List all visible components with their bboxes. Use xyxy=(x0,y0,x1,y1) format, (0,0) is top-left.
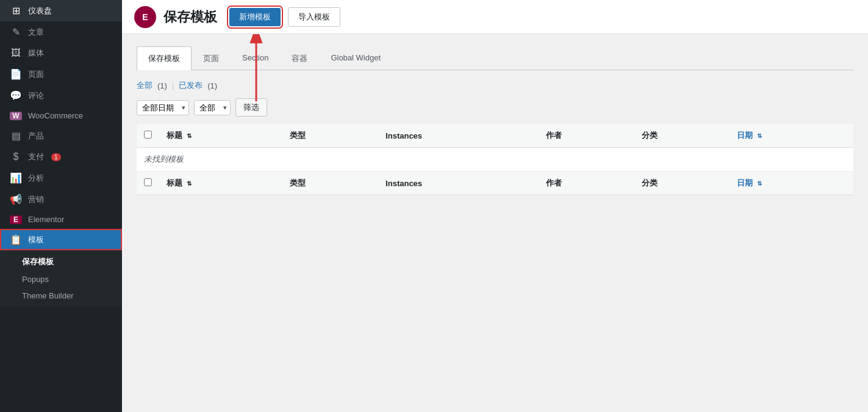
filter-published-count: (1) xyxy=(207,81,217,90)
sidebar-item-payments[interactable]: $ 支付 1 xyxy=(0,146,122,167)
th-checkbox-bottom xyxy=(137,172,159,195)
templates-table-bottom: 标题 ⇅ 类型 Instances 作者 分类 xyxy=(137,172,853,195)
sidebar-item-label: 评论 xyxy=(28,90,44,101)
th-date-top[interactable]: 日期 ⇅ xyxy=(730,124,853,148)
topbar-logo: E xyxy=(134,6,156,28)
select-all-checkbox-bottom[interactable] xyxy=(144,178,152,186)
sidebar-item-label: Elementor xyxy=(28,215,64,224)
sidebar-item-comments[interactable]: 💬 评论 xyxy=(0,85,122,106)
template-tabs: 保存模板 页面 Section 容器 Global Widget xyxy=(137,46,853,70)
analytics-icon: 📊 xyxy=(10,172,22,184)
topbar: E 保存模板 新增模板 导入模板 xyxy=(122,0,868,34)
tab-container[interactable]: 容器 xyxy=(280,46,319,70)
th-type-bottom: 类型 xyxy=(282,172,378,195)
add-template-button[interactable]: 新增模板 xyxy=(229,8,281,26)
th-author-bottom: 作者 xyxy=(539,172,634,195)
sidebar-item-label: 仪表盘 xyxy=(28,5,52,16)
type-filter-select[interactable]: 全部 xyxy=(194,100,231,115)
tab-pages[interactable]: 页面 xyxy=(192,46,231,70)
type-filter-wrapper: 全部 xyxy=(194,100,231,115)
sidebar-item-label: 分析 xyxy=(28,173,44,184)
th-instances-bottom: Instances xyxy=(378,172,539,195)
sidebar-item-elementor[interactable]: E Elementor xyxy=(0,210,122,229)
sidebar-item-analytics[interactable]: 📊 分析 xyxy=(0,167,122,189)
marketing-icon: 📢 xyxy=(10,193,22,205)
templates-submenu: 保存模板 Popups Theme Builder xyxy=(0,250,122,306)
sidebar-item-label: 模板 xyxy=(28,234,44,245)
products-icon: ▤ xyxy=(10,130,22,142)
filter-published[interactable]: 已发布 xyxy=(179,80,203,91)
sidebar-item-label: 页面 xyxy=(28,69,44,80)
logo-letter: E xyxy=(142,12,148,22)
th-date-bottom[interactable]: 日期 ⇅ xyxy=(730,172,853,195)
sidebar-item-products[interactable]: ▤ 产品 xyxy=(0,125,122,146)
sidebar-item-label: 媒体 xyxy=(28,48,44,59)
th-author-top: 作者 xyxy=(539,124,634,148)
templates-table-top: 标题 ⇅ 类型 Instances 作者 分类 xyxy=(137,124,853,172)
tab-saved-templates[interactable]: 保存模板 xyxy=(137,46,192,70)
dashboard-icon: ⊞ xyxy=(10,5,22,16)
empty-message: 未找到模板 xyxy=(144,154,184,164)
sidebar-item-woocommerce[interactable]: W WooCommerce xyxy=(0,106,122,125)
page-title: 保存模板 xyxy=(163,8,217,26)
select-all-checkbox-top[interactable] xyxy=(144,131,152,139)
sidebar-item-dashboard[interactable]: ⊞ 仪表盘 xyxy=(0,0,122,21)
filter-all-count: (1) xyxy=(157,81,167,90)
th-category-top: 分类 xyxy=(634,124,730,148)
import-template-button[interactable]: 导入模板 xyxy=(288,7,340,27)
content-area: 保存模板 页面 Section 容器 Global Widget 全部 (1) … xyxy=(122,34,868,412)
submenu-theme-builder[interactable]: Theme Builder xyxy=(0,287,122,304)
payments-badge: 1 xyxy=(51,153,61,161)
tab-section[interactable]: Section xyxy=(231,46,280,70)
sidebar-item-label: 文章 xyxy=(28,27,44,38)
sidebar-item-label: 支付 xyxy=(28,151,44,162)
filter-button[interactable]: 筛选 xyxy=(235,98,267,117)
media-icon: 🖼 xyxy=(10,48,22,59)
sidebar-item-pages[interactable]: 📄 页面 xyxy=(0,63,122,85)
date-filter-select[interactable]: 全部日期 xyxy=(137,100,189,115)
pages-icon: 📄 xyxy=(10,68,22,80)
filter-separator: | xyxy=(172,81,174,90)
sidebar-item-marketing[interactable]: 📢 营销 xyxy=(0,189,122,210)
th-title-bottom[interactable]: 标题 ⇅ xyxy=(159,172,282,195)
th-checkbox xyxy=(137,124,159,148)
title-sort-icon-bottom: ⇅ xyxy=(187,180,192,187)
th-category-bottom: 分类 xyxy=(634,172,730,195)
woo-icon: W xyxy=(10,112,22,120)
submenu-saved-templates[interactable]: 保存模板 xyxy=(0,253,122,271)
sidebar-item-label: 产品 xyxy=(28,131,44,142)
payments-icon: $ xyxy=(10,151,22,162)
filter-links: 全部 (1) | 已发布 (1) xyxy=(137,80,853,91)
sidebar-item-posts[interactable]: ✎ 文章 xyxy=(0,21,122,43)
title-sort-icon: ⇅ xyxy=(187,132,192,139)
tab-global-widget[interactable]: Global Widget xyxy=(319,46,392,70)
templates-icon: 📋 xyxy=(10,234,22,245)
date-sort-icon-bottom: ⇅ xyxy=(757,180,762,187)
filter-controls: 全部日期 全部 筛选 xyxy=(137,98,853,117)
date-filter-wrapper: 全部日期 xyxy=(137,100,189,115)
submenu-popups[interactable]: Popups xyxy=(0,271,122,287)
filter-all[interactable]: 全部 xyxy=(137,80,152,91)
sidebar-item-media[interactable]: 🖼 媒体 xyxy=(0,43,122,63)
comments-icon: 💬 xyxy=(10,90,22,101)
sidebar-item-label: 营销 xyxy=(28,194,44,205)
no-templates-row: 未找到模板 xyxy=(137,148,853,172)
sidebar-item-label: WooCommerce xyxy=(28,111,83,120)
elementor-icon: E xyxy=(10,215,22,224)
th-instances-top: Instances xyxy=(378,124,539,148)
main-content: E 保存模板 新增模板 导入模板 保存模板 页面 Section 容器 Glob… xyxy=(122,0,868,412)
sidebar-item-templates[interactable]: 📋 模板 xyxy=(0,229,122,250)
sidebar: ⊞ 仪表盘 ✎ 文章 🖼 媒体 📄 页面 💬 评论 W WooCommerce … xyxy=(0,0,122,412)
th-title-top[interactable]: 标题 ⇅ xyxy=(159,124,282,148)
posts-icon: ✎ xyxy=(10,26,22,38)
th-type-top: 类型 xyxy=(282,124,378,148)
date-sort-icon-top: ⇅ xyxy=(757,132,762,139)
